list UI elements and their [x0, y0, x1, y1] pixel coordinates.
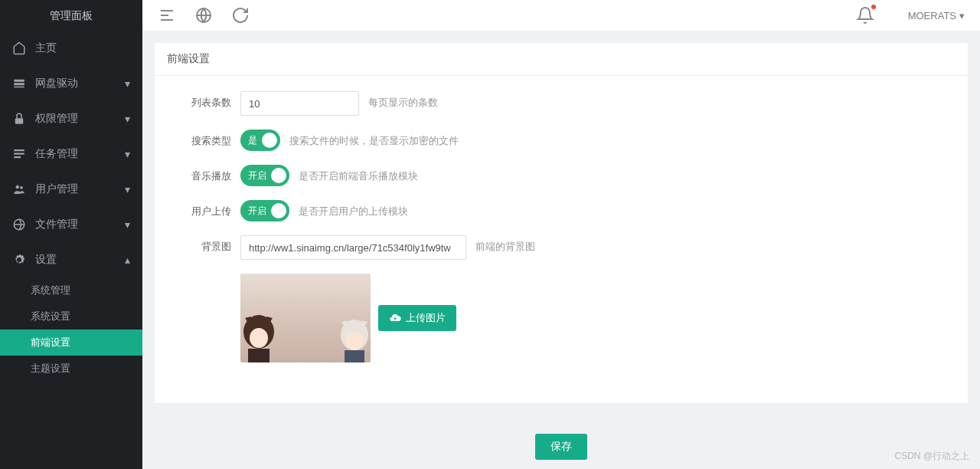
svg-point-17 [250, 328, 268, 348]
watermark: CSDN @行动之上 [894, 450, 969, 463]
sidebar-label: 主页 [35, 41, 57, 55]
sidebar-sub-system-manage[interactable]: 系统管理 [0, 277, 142, 303]
svg-rect-23 [345, 350, 364, 362]
upload-image-button[interactable]: 上传图片 [378, 305, 456, 331]
toggle-knob [271, 168, 286, 183]
chevron-up-icon: ▴ [125, 254, 130, 266]
file-icon [12, 218, 26, 231]
sidebar-label: 网盘驱动 [35, 77, 78, 90]
sidebar-label: 文件管理 [35, 218, 78, 231]
sidebar-sub-system-settings[interactable]: 系统设置 [0, 303, 142, 330]
sidebar-sub-theme-settings[interactable]: 主题设置 [0, 356, 142, 382]
svg-rect-5 [14, 153, 24, 155]
user-upload-hint: 是否开启用户的上传模块 [299, 200, 408, 218]
svg-point-7 [16, 185, 20, 189]
task-icon [12, 147, 26, 161]
toggle-text: 开启 [248, 205, 266, 218]
sidebar-item-files[interactable]: 文件管理 ▾ [0, 207, 142, 242]
sidebar-item-users[interactable]: 用户管理 ▾ [0, 172, 142, 207]
music-play-hint: 是否开启前端音乐播放模块 [299, 165, 418, 183]
caret-down-icon: ▾ [959, 10, 965, 21]
chevron-down-icon: ▾ [125, 218, 130, 231]
search-type-toggle[interactable]: 是 [240, 130, 280, 151]
sidebar-item-home[interactable]: 主页 [0, 31, 142, 66]
chevron-down-icon: ▾ [125, 148, 130, 160]
search-type-hint: 搜索文件的时候，是否显示加密的文件 [289, 130, 459, 148]
sidebar-item-permission[interactable]: 权限管理 ▾ [0, 101, 142, 136]
lock-icon [12, 112, 26, 126]
cloud-upload-icon [389, 312, 401, 324]
music-play-toggle[interactable]: 开启 [240, 165, 289, 186]
svg-rect-2 [14, 87, 24, 88]
sidebar-label: 权限管理 [35, 112, 78, 126]
toggle-text: 开启 [248, 169, 266, 182]
background-label: 背景图 [170, 235, 231, 254]
background-input[interactable] [240, 235, 466, 260]
toggle-knob [262, 133, 277, 148]
sidebar-sub-frontend-settings[interactable]: 前端设置 [0, 330, 142, 356]
user-upload-label: 用户上传 [170, 200, 231, 218]
background-preview [240, 274, 371, 362]
chevron-down-icon: ▾ [125, 113, 130, 125]
refresh-icon[interactable] [231, 6, 250, 25]
list-count-label: 列表条数 [170, 91, 231, 110]
user-upload-toggle[interactable]: 开启 [240, 200, 289, 221]
svg-point-22 [346, 332, 363, 350]
home-icon [12, 41, 26, 55]
sidebar-label: 设置 [35, 253, 57, 267]
sidebar-item-settings[interactable]: 设置 ▴ [0, 242, 142, 277]
sidebar-item-task[interactable]: 任务管理 ▾ [0, 136, 142, 172]
svg-rect-1 [14, 83, 24, 85]
sidebar-item-drive[interactable]: 网盘驱动 ▾ [0, 66, 142, 101]
notification-badge [871, 5, 876, 9]
music-play-label: 音乐播放 [170, 165, 231, 183]
notification-icon[interactable] [856, 6, 874, 25]
list-count-hint: 每页显示的条数 [368, 91, 438, 110]
background-hint: 前端的背景图 [475, 235, 535, 254]
chevron-down-icon: ▾ [125, 183, 130, 195]
svg-point-8 [20, 186, 23, 189]
gear-icon [12, 253, 26, 267]
svg-rect-6 [14, 156, 21, 158]
upload-btn-text: 上传图片 [406, 311, 446, 325]
drive-icon [12, 77, 26, 90]
username: MOERATS [908, 10, 956, 21]
save-button[interactable]: 保存 [535, 434, 587, 460]
svg-rect-0 [14, 80, 24, 82]
svg-rect-3 [15, 118, 24, 124]
toggle-text: 是 [248, 134, 257, 147]
sidebar-title: 管理面板 [0, 0, 142, 31]
panel-title: 前端设置 [155, 43, 968, 76]
globe-icon[interactable] [194, 6, 213, 25]
users-icon [12, 182, 26, 196]
sidebar-label: 任务管理 [35, 147, 78, 161]
user-menu[interactable]: MOERATS ▾ [908, 10, 965, 21]
toggle-knob [271, 203, 286, 218]
search-type-label: 搜索类型 [170, 130, 231, 148]
sidebar-label: 用户管理 [35, 182, 78, 196]
svg-rect-4 [14, 149, 24, 151]
collapse-icon[interactable] [158, 6, 176, 25]
svg-rect-18 [248, 349, 270, 362]
chevron-down-icon: ▾ [125, 77, 130, 90]
list-count-input[interactable] [240, 91, 359, 116]
